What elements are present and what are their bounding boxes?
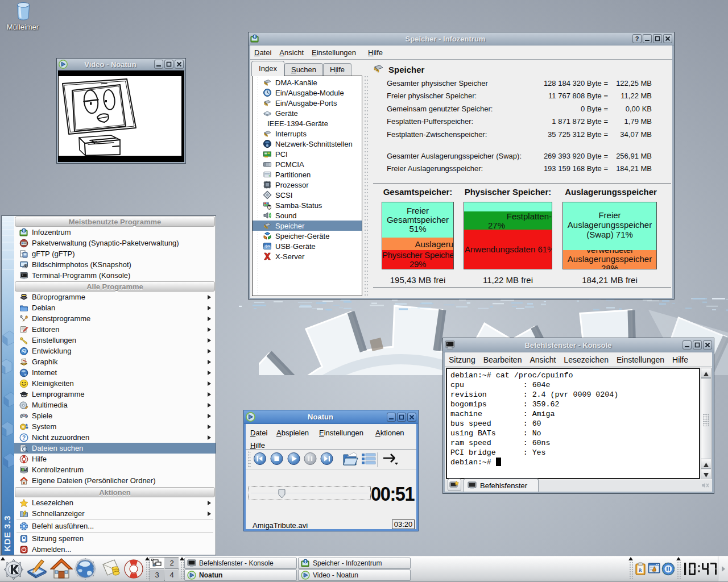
- svg-text:?: ?: [22, 434, 26, 440]
- svg-text:KDE 3.3: KDE 3.3: [2, 515, 12, 551]
- svg-text:k: k: [639, 566, 642, 573]
